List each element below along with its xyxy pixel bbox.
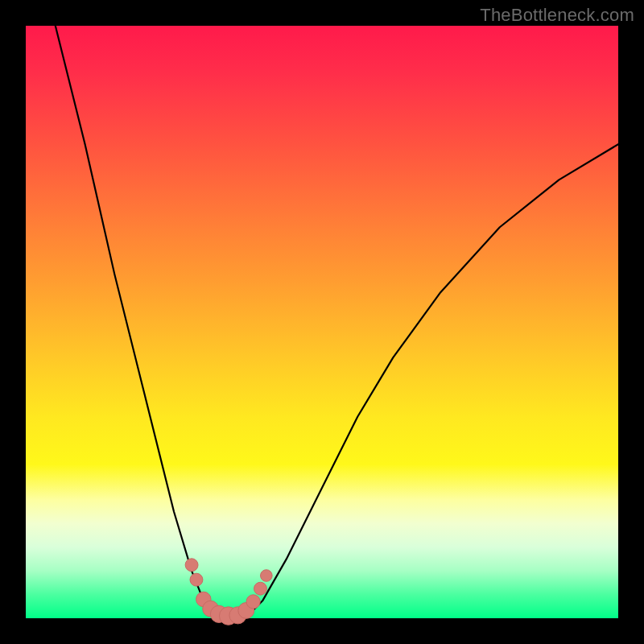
curve-marker: [185, 559, 198, 572]
chart-frame: TheBottleneck.com: [0, 0, 644, 644]
curve-marker: [190, 573, 203, 586]
chart-svg: [26, 26, 618, 618]
watermark-text: TheBottleneck.com: [480, 5, 634, 26]
curve-markers: [185, 559, 272, 625]
plot-area: [26, 26, 618, 618]
curve-marker: [254, 582, 267, 595]
curve-marker: [246, 595, 260, 609]
curve-marker: [261, 570, 273, 582]
bottleneck-curve: [56, 26, 618, 618]
